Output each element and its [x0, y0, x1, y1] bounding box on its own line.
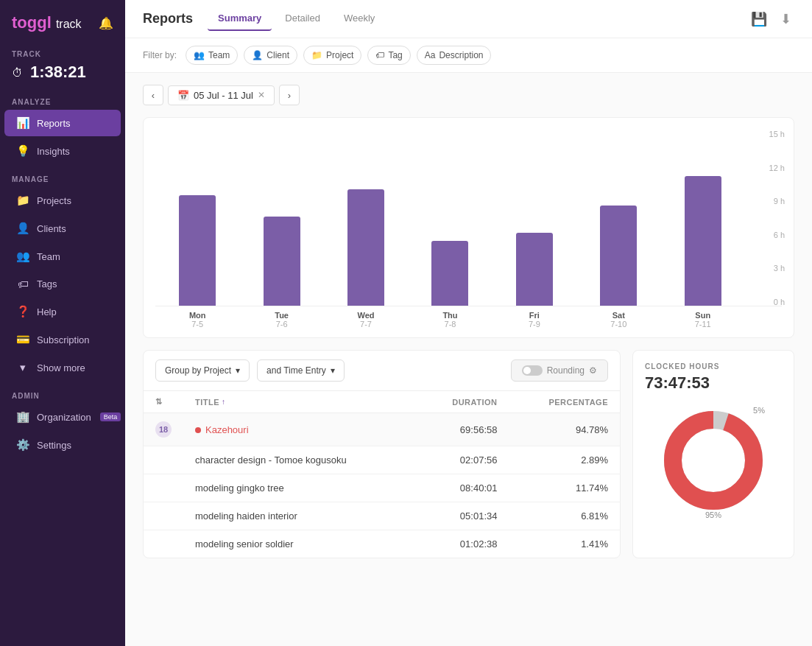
filter-client[interactable]: 👤 Client	[244, 46, 297, 65]
sidebar-item-clients[interactable]: 👤 Clients	[4, 215, 121, 242]
percentage-cell: 11.74%	[509, 474, 620, 502]
reports-icon: 📊	[16, 116, 29, 130]
date-range-picker[interactable]: 📅 05 Jul - 11 Jul ✕	[168, 85, 275, 105]
filter-team[interactable]: 👥 Team	[186, 46, 238, 65]
col-title-header[interactable]: TITLE ↑	[183, 391, 417, 413]
projects-icon: 📁	[16, 194, 29, 207]
chart-y-labels: 15 h12 h9 h6 h3 h0 h	[769, 130, 785, 306]
sidebar-item-settings[interactable]: ⚙️ Settings	[4, 432, 121, 458]
chart-bar-group	[493, 130, 576, 306]
filter-description-label: Description	[439, 50, 483, 60]
time-entry-dropdown[interactable]: and Time Entry ▾	[257, 359, 345, 382]
sidebar-item-help[interactable]: ❓ Help	[4, 298, 121, 325]
team-icon: 👥	[16, 250, 29, 263]
col-percentage-header[interactable]: PERCENTAGE	[509, 391, 620, 413]
filter-description[interactable]: Aa Description	[417, 46, 492, 65]
rounding-toggle-switch[interactable]	[522, 365, 543, 376]
main-content: Reports Summary Detailed Weekly 💾 ⬇ Filt…	[125, 0, 812, 646]
group-by-dropdown[interactable]: Group by Project ▾	[155, 359, 250, 382]
donut-chart: 5% 95%	[654, 401, 772, 519]
filter-tag[interactable]: 🏷 Tag	[367, 46, 410, 65]
chart-x-label-item: Mon7-5	[155, 311, 239, 329]
sidebar-item-show-more[interactable]: ▾ Show more	[4, 354, 121, 381]
filter-team-label: Team	[208, 50, 230, 60]
data-table-section: Group by Project ▾ and Time Entry ▾ Roun…	[143, 350, 621, 558]
entry-name-cell: modeling gingko tree	[183, 474, 417, 502]
col-duration-header[interactable]: DURATION	[417, 391, 509, 413]
bottom-row: Group by Project ▾ and Time Entry ▾ Roun…	[143, 350, 794, 558]
tab-navigation: Summary Detailed Weekly	[208, 7, 748, 31]
date-range-text: 05 Jul - 11 Jul	[194, 90, 253, 101]
sidebar-item-help-label: Help	[37, 306, 57, 317]
beta-badge: Beta	[100, 412, 121, 421]
tab-summary[interactable]: Summary	[208, 7, 272, 31]
save-icon[interactable]: 💾	[748, 8, 770, 30]
track-section-label: TRACK	[0, 40, 125, 61]
sidebar-item-tags-label: Tags	[37, 278, 57, 289]
sidebar-item-projects[interactable]: 📁 Projects	[4, 187, 121, 214]
project-name-cell: Kazehouri	[183, 413, 417, 446]
percentage-cell: 2.89%	[509, 446, 620, 474]
client-filter-icon: 👤	[252, 50, 263, 60]
sidebar-item-clients-label: Clients	[37, 223, 66, 234]
app-logo: toggl track	[12, 13, 82, 32]
subscription-icon: 💳	[16, 333, 29, 346]
date-navigator: ‹ 📅 05 Jul - 11 Jul ✕ ›	[143, 85, 794, 105]
organization-icon: 🏢	[16, 410, 29, 424]
duration-cell: 08:40:01	[417, 474, 509, 502]
sidebar-item-tags[interactable]: 🏷 Tags	[4, 271, 121, 297]
donut-label-small: 5%	[753, 406, 765, 415]
col-sort-header[interactable]: ⇅	[144, 391, 183, 413]
sidebar-item-projects-label: Projects	[37, 195, 71, 206]
chart-bar	[431, 241, 468, 306]
notifications-icon[interactable]: 🔔	[99, 16, 113, 30]
sidebar-item-reports[interactable]: 📊 Reports	[4, 110, 121, 136]
table-row: 18 Kazehouri 69:56:58 94.78%	[144, 413, 620, 446]
rounding-settings-icon[interactable]: ⚙	[589, 365, 597, 376]
header-actions: 💾 ⬇	[748, 8, 794, 30]
entry-indent-cell	[144, 502, 183, 530]
sidebar-item-team[interactable]: 👥 Team	[4, 243, 121, 270]
chevron-down-icon: ▾	[16, 361, 29, 374]
sidebar-item-team-label: Team	[37, 251, 60, 262]
chart-x-label-item: Sat7-10	[576, 311, 660, 329]
group-by-label: Group by Project	[165, 365, 231, 376]
table-controls: Group by Project ▾ and Time Entry ▾ Roun…	[144, 351, 620, 391]
tab-weekly[interactable]: Weekly	[333, 7, 385, 31]
bar-chart: Mon7-5Tue7-6Wed7-7Thu7-8Fri7-9Sat7-10Sun…	[143, 117, 794, 338]
timer-icon: ⏱	[12, 66, 23, 79]
download-icon[interactable]: ⬇	[777, 8, 794, 30]
clear-date-button[interactable]: ✕	[258, 90, 265, 100]
prev-date-button[interactable]: ‹	[143, 85, 163, 105]
chart-y-label-item: 15 h	[769, 130, 785, 138]
percentage-cell: 1.41%	[509, 530, 620, 558]
chart-y-label-item: 0 h	[769, 298, 785, 306]
sidebar-item-organization[interactable]: 🏢 Organization Beta	[4, 404, 121, 430]
sidebar-item-insights[interactable]: 💡 Insights	[4, 138, 121, 164]
top-header: Reports Summary Detailed Weekly 💾 ⬇	[125, 0, 812, 38]
entry-indent-cell	[144, 530, 183, 558]
chart-bar	[685, 176, 721, 306]
rounding-toggle-btn[interactable]: Rounding ⚙	[511, 359, 608, 382]
chart-x-label-item: Tue7-6	[239, 311, 323, 329]
filter-client-label: Client	[266, 50, 289, 60]
chart-y-label-item: 12 h	[769, 164, 785, 172]
svg-point-1	[673, 420, 754, 501]
sidebar-item-insights-label: Insights	[37, 146, 70, 157]
filter-project-label: Project	[326, 50, 353, 60]
tag-filter-icon: 🏷	[375, 50, 384, 60]
clients-icon: 👤	[16, 222, 29, 235]
filter-tag-label: Tag	[388, 50, 402, 60]
filter-project[interactable]: 📁 Project	[303, 46, 361, 65]
entry-count-cell: 18	[144, 413, 183, 446]
chart-bar	[347, 189, 384, 306]
team-filter-icon: 👥	[194, 50, 205, 60]
next-date-button[interactable]: ›	[279, 85, 300, 105]
tab-detailed[interactable]: Detailed	[275, 7, 331, 31]
description-filter-icon: Aa	[425, 50, 436, 60]
sidebar-item-subscription[interactable]: 💳 Subscription	[4, 326, 121, 353]
project-filter-icon: 📁	[311, 50, 322, 60]
donut-label-large: 95%	[705, 510, 721, 519]
chart-bar	[264, 217, 300, 306]
chart-bar-group	[408, 130, 492, 306]
